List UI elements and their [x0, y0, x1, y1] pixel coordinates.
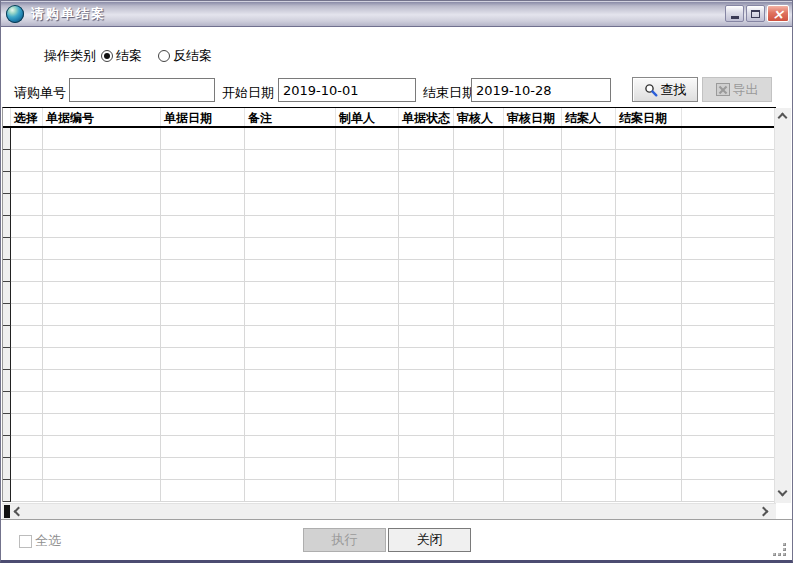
chevron-left-icon[interactable] [14, 507, 24, 517]
close-dialog-button[interactable]: 关闭 [388, 528, 471, 552]
table-cell [336, 128, 399, 150]
execute-button[interactable]: 执行 [303, 528, 386, 552]
row-indicator-cell [3, 238, 11, 260]
row-indicator-cell [3, 326, 11, 348]
table-cell [43, 436, 161, 458]
row-indicator-cell [3, 392, 11, 414]
horizontal-scrollbar[interactable] [2, 503, 776, 519]
table-cell [682, 282, 776, 304]
table-cell [616, 194, 682, 216]
search-button[interactable]: 查找 [632, 77, 698, 102]
table-cell [336, 304, 399, 326]
column-header-audit-date[interactable]: 审核日期 [504, 108, 562, 126]
chevron-up-icon[interactable] [778, 113, 788, 123]
column-header-remark[interactable]: 备注 [245, 108, 336, 126]
table-cell [245, 282, 336, 304]
horizontal-scrollbar-thumb[interactable] [4, 505, 10, 518]
table-cell [454, 238, 504, 260]
column-header-creator[interactable]: 制单人 [336, 108, 399, 126]
table-cell [245, 414, 336, 436]
select-all-checkbox[interactable] [19, 535, 32, 548]
table-cell [562, 194, 616, 216]
grid-header-row: 选择 单据编号 单据日期 备注 制单人 单据状态 审核人 审核日期 结案人 结案… [3, 108, 776, 128]
chevron-down-icon[interactable] [778, 487, 788, 497]
column-header-closer[interactable]: 结案人 [562, 108, 616, 126]
table-cell [562, 480, 616, 502]
column-header-doc-status[interactable]: 单据状态 [399, 108, 454, 126]
radio-close-case-label: 结案 [116, 47, 142, 65]
row-indicator-cell [3, 282, 11, 304]
table-cell [11, 480, 43, 502]
table-cell [336, 480, 399, 502]
table-row [3, 238, 776, 260]
table-cell [336, 436, 399, 458]
table-cell [454, 348, 504, 370]
requisition-no-input[interactable] [69, 78, 215, 102]
row-indicator-cell [3, 370, 11, 392]
data-grid: 选择 单据编号 单据日期 备注 制单人 单据状态 审核人 审核日期 结案人 结案… [2, 107, 776, 502]
radio-reverse-close-case[interactable]: 反结案 [158, 47, 212, 65]
resize-grip-icon[interactable] [772, 542, 786, 556]
table-cell [43, 348, 161, 370]
table-cell [245, 304, 336, 326]
table-row [3, 304, 776, 326]
search-button-label: 查找 [661, 81, 687, 99]
column-header-auditor[interactable]: 审核人 [454, 108, 504, 126]
table-cell [682, 392, 776, 414]
table-cell [454, 282, 504, 304]
column-header-doc-number[interactable]: 单据编号 [43, 108, 161, 126]
table-cell [504, 260, 562, 282]
table-cell [245, 392, 336, 414]
end-date-input[interactable] [471, 78, 611, 102]
vertical-scrollbar[interactable] [774, 108, 791, 503]
table-cell [11, 172, 43, 194]
maximize-button[interactable] [746, 5, 765, 22]
start-date-input[interactable] [278, 78, 416, 102]
row-indicator-header [3, 108, 11, 126]
radio-close-case[interactable]: 结案 [101, 47, 142, 65]
execute-button-label: 执行 [332, 531, 358, 549]
row-indicator-cell [3, 436, 11, 458]
table-cell [43, 458, 161, 480]
table-cell [43, 150, 161, 172]
title-bar[interactable]: 请购单结案 × [1, 1, 792, 27]
row-indicator-cell [3, 304, 11, 326]
table-cell [399, 172, 454, 194]
table-row [3, 458, 776, 480]
table-cell [504, 458, 562, 480]
table-cell [504, 414, 562, 436]
chevron-right-icon[interactable] [759, 507, 769, 517]
select-all-checkbox-wrap[interactable]: 全选 [19, 532, 61, 550]
table-cell [11, 194, 43, 216]
column-header-select[interactable]: 选择 [11, 108, 43, 126]
table-cell [161, 436, 245, 458]
table-cell [562, 436, 616, 458]
export-button[interactable]: 导出 [702, 77, 772, 102]
table-cell [454, 150, 504, 172]
table-cell [43, 370, 161, 392]
table-cell [43, 414, 161, 436]
table-cell [616, 150, 682, 172]
column-header-doc-date[interactable]: 单据日期 [161, 108, 245, 126]
table-cell [454, 436, 504, 458]
minimize-button[interactable] [725, 5, 744, 22]
table-cell [336, 260, 399, 282]
start-date-label: 开始日期 [222, 84, 274, 102]
table-cell [454, 480, 504, 502]
radio-circle-icon [101, 50, 113, 62]
table-cell [616, 348, 682, 370]
close-button[interactable]: × [767, 5, 789, 22]
table-cell [454, 260, 504, 282]
end-date-label: 结束日期 [423, 84, 475, 102]
table-cell [11, 458, 43, 480]
table-cell [245, 172, 336, 194]
table-row [3, 150, 776, 172]
table-cell [43, 304, 161, 326]
column-header-closing-date[interactable]: 结案日期 [616, 108, 682, 126]
table-cell [43, 480, 161, 502]
table-body [3, 128, 776, 502]
table-cell [399, 480, 454, 502]
table-cell [562, 172, 616, 194]
table-cell [454, 172, 504, 194]
table-cell [11, 238, 43, 260]
